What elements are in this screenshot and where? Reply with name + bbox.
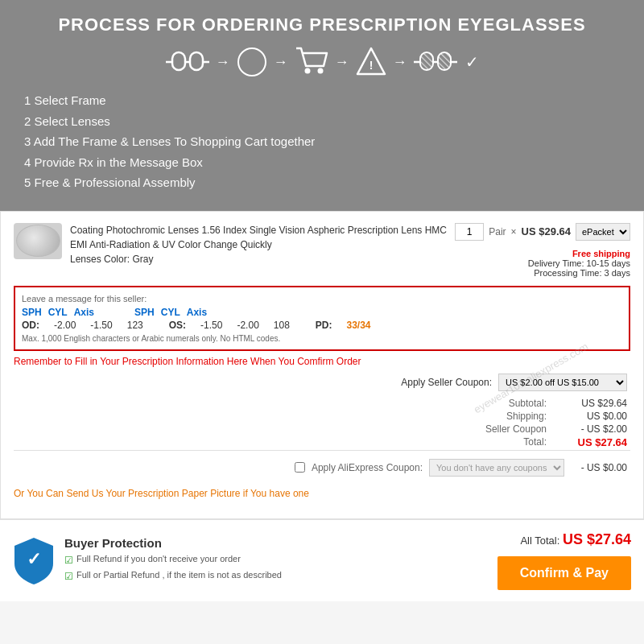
arrow3: → (335, 54, 349, 71)
right-section: All Total: US $27.64 Confirm & Pay (497, 531, 631, 590)
step1-glasses-icon (166, 50, 209, 74)
pd-label: PD: (316, 320, 332, 331)
svg-rect-14 (420, 52, 433, 70)
all-total-label: All Total: (520, 535, 559, 547)
check-icon2: ☑ (64, 570, 73, 584)
shipping-label: Shipping: (506, 411, 547, 422)
product-image (14, 223, 62, 259)
arrow2: → (274, 54, 288, 71)
step5-label: 5 Free & Professional Assembly (24, 172, 620, 193)
process-icons: → → → ! → (24, 47, 620, 77)
axis-header2: Axis (187, 307, 207, 318)
rx-reminder: Remember to Fill in Your Prescription In… (14, 356, 630, 367)
rx-headers: SPH CYL Axis SPH CYL Axis (22, 307, 622, 318)
checkmark-icon: ✓ (465, 52, 479, 72)
svg-rect-1 (172, 52, 185, 70)
product-section: Coating Photochromic Lenses 1.56 Index S… (0, 211, 644, 519)
message-label: Leave a message for this seller: (22, 294, 622, 303)
svg-point-7 (317, 68, 323, 74)
step3-cart-icon (295, 47, 328, 77)
od-axis: 123 (127, 320, 143, 331)
alipay-discount: - US $0.00 (571, 462, 627, 473)
delivery-time: Delivery Time: 10-15 days (528, 258, 630, 268)
subtotal-value: US $29.64 (563, 398, 627, 409)
product-info: Coating Photochromic Lenses 1.56 Index S… (70, 223, 447, 266)
confirm-pay-button[interactable]: Confirm & Pay (497, 556, 631, 590)
sph-header1: SPH (22, 307, 42, 318)
od-headers: SPH CYL Axis (22, 307, 94, 318)
svg-point-5 (238, 48, 266, 76)
svg-text:!: ! (369, 59, 373, 72)
arrow1: → (216, 54, 230, 71)
cyl-header1: CYL (48, 307, 68, 318)
header-section: PROCESS FOR ORDERING PRESCRIPTION EYEGLA… (0, 0, 644, 211)
protection-item1: ☑ Full Refund if you don't receive your … (64, 553, 282, 568)
coupon-row: Apply Seller Coupon: US $2.00 off US $15… (14, 374, 630, 391)
arrow4: → (393, 54, 407, 71)
svg-point-6 (304, 68, 310, 74)
seller-coupon-label: Seller Coupon (485, 423, 547, 435)
alipay-coupon-row: Apply AliExpress Coupon: You don't have … (14, 450, 630, 485)
product-row: Coating Photochromic Lenses 1.56 Index S… (14, 223, 630, 278)
svg-text:✓: ✓ (27, 549, 41, 569)
protection-text: Buyer Protection ☑ Full Refund if you do… (64, 536, 282, 585)
step3-label: 3 Add The Frame & Lenses To Shopping Car… (24, 131, 620, 152)
product-price: US $29.64 (522, 225, 571, 237)
max-chars-note: Max. 1,000 English characters or Arabic … (22, 334, 622, 343)
svg-rect-16 (438, 52, 451, 70)
step1-label: 1 Select Frame (24, 90, 620, 111)
od-cyl: -1.50 (90, 320, 112, 331)
buyer-protection-title: Buyer Protection (64, 536, 282, 550)
lens-image (16, 225, 60, 257)
seller-coupon-select[interactable]: US $2.00 off US $15.00 (498, 374, 627, 391)
step2-lens-icon (237, 47, 267, 77)
or-note: Or You Can Send Us Your Prescription Pap… (14, 488, 630, 499)
steps-list: 1 Select Frame 2 Select Lenses 3 Add The… (24, 90, 620, 193)
processing-time: Processing Time: 3 days (528, 268, 630, 278)
product-color: Lenses Color: Gray (70, 252, 447, 266)
od-sph: -2.00 (54, 320, 76, 331)
os-cyl: -2.00 (237, 320, 258, 331)
axis-header1: Axis (74, 307, 94, 318)
message-box-section: Leave a message for this seller: SPH CYL… (14, 286, 630, 351)
sph-header2: SPH (134, 307, 155, 318)
shipping-select[interactable]: ePacket (576, 223, 630, 241)
svg-rect-3 (190, 52, 203, 70)
shipping-row: Shipping: US $0.00 (14, 411, 627, 422)
alipay-coupon-checkbox[interactable] (295, 462, 305, 473)
all-total-amount: US $27.64 (563, 531, 631, 547)
quantity-input[interactable] (455, 223, 484, 241)
message-box-wrapper: Leave a message for this seller: SPH CYL… (14, 286, 630, 351)
product-name: Coating Photochromic Lenses 1.56 Index S… (70, 223, 447, 252)
total-label: Total: (523, 436, 547, 448)
footer-section: ✓ Buyer Protection ☑ Full Refund if you … (0, 519, 644, 601)
total-row: Total: US $27.64 (14, 436, 627, 448)
alipay-coupon-label: Apply AliExpress Coupon: (312, 462, 423, 473)
free-shipping-label: Free shipping (528, 249, 630, 258)
totals-section: Subtotal: US $29.64 Shipping: US $0.00 S… (14, 398, 630, 448)
shipping-info: Free shipping Delivery Time: 10-15 days … (528, 249, 630, 278)
unit-label: Pair (489, 226, 506, 237)
os-headers: SPH CYL Axis (134, 307, 207, 318)
os-axis: 108 (274, 320, 290, 331)
seller-coupon-value: - US $2.00 (563, 423, 627, 435)
cyl-header2: CYL (161, 307, 180, 318)
od-label: OD: (22, 320, 39, 331)
seller-coupon-row: Seller Coupon - US $2.00 (14, 423, 627, 435)
protection-item2: ☑ Full or Partial Refund , if the item i… (64, 569, 282, 584)
page-title: PROCESS FOR ORDERING PRESCRIPTION EYEGLA… (24, 14, 620, 35)
subtotal-label: Subtotal: (509, 398, 547, 409)
product-section-wrapper: Coating Photochromic Lenses 1.56 Index S… (0, 211, 644, 519)
rx-values: OD: -2.00 -1.50 123 OS: -1.50 -2.00 108 … (22, 320, 622, 331)
step4-warning-icon: ! (356, 47, 386, 77)
step5-glasses-icon (414, 50, 462, 74)
check-icon1: ☑ (64, 554, 73, 568)
os-sph: -1.50 (200, 320, 222, 331)
os-label: OS: (169, 320, 186, 331)
coupon-label: Apply Seller Coupon: (401, 377, 492, 388)
shield-icon: ✓ (13, 536, 55, 584)
alipay-coupon-select[interactable]: You don't have any coupons (429, 459, 564, 477)
step2-label: 2 Select Lenses (24, 111, 620, 132)
step4-label: 4 Provide Rx in the Message Box (24, 152, 620, 173)
subtotal-row: Subtotal: US $29.64 (14, 398, 627, 409)
